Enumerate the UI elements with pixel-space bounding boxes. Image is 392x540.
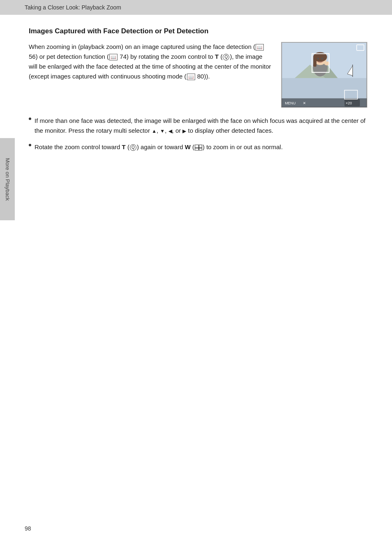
bullet-list: If more than one face was detected, the … <box>29 116 367 152</box>
intro-text: When zooming in (playback zoom) on an im… <box>29 42 271 108</box>
bullet-dot-1 <box>29 118 31 120</box>
header-title: Taking a Closer Look: Playback Zoom <box>25 4 121 11</box>
svg-point-12 <box>321 58 323 60</box>
bullet-text-2: Rotate the zoom control toward T (Q) aga… <box>35 142 367 152</box>
bullet-text-1: If more than one face was detected, the … <box>35 116 367 136</box>
svg-text:✕: ✕ <box>303 101 306 105</box>
bullet-item-2: Rotate the zoom control toward T (Q) aga… <box>29 142 367 152</box>
header-bar: Taking a Closer Look: Playback Zoom <box>0 0 392 15</box>
bullet-item-1: If more than one face was detected, the … <box>29 116 367 136</box>
svg-point-11 <box>317 58 319 60</box>
svg-text:×20: ×20 <box>346 101 352 105</box>
page-number: 98 <box>25 525 31 532</box>
section-title: Images Captured with Face Detection or P… <box>29 27 367 35</box>
svg-text:MENU: MENU <box>285 101 295 105</box>
camera-illustration: MENU ✕ ×20 <box>281 42 367 108</box>
bullet-dot-2 <box>29 144 31 146</box>
svg-rect-10 <box>313 57 316 67</box>
